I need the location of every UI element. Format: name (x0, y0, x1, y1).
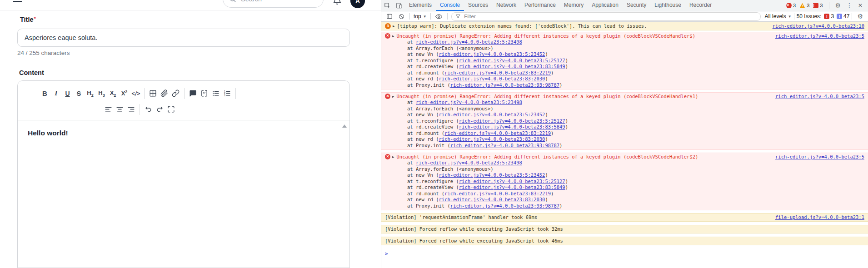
notifications-bell-icon[interactable] (333, 0, 342, 5)
stack-source-link[interactable]: rich-editor.js?v=4.0.0-beta23:5:25127 (459, 179, 565, 184)
stack-source-link[interactable]: rich-editor.js?v=4.0.0-beta23:5:25127 (459, 118, 565, 124)
source-location-link[interactable]: rich-editor.js?v=4.0.0-beta23:5 (775, 154, 864, 160)
console-message-error: ✕▶Uncaught (in promise) RangeError: Addi… (381, 153, 868, 210)
filter-input[interactable] (463, 13, 757, 20)
kebab-menu-icon[interactable]: ⋮ (843, 0, 855, 11)
editor-toolbar: BIUSH2H3X2X2</>123 (18, 81, 349, 120)
source-location-link[interactable]: rich-editor.js?v=4.0.0-beta23:5 (775, 94, 864, 99)
strikethrough-button[interactable]: S (73, 88, 85, 99)
tab-lighthouse[interactable]: Lighthouse (650, 0, 685, 11)
stack-source-link[interactable]: rich-editor.js?v=4.0.0-beta23:5:23452 (439, 172, 545, 178)
stack-source-link[interactable]: rich-editor.js?v=4.0.0-beta23:93:98787 (450, 143, 559, 148)
chevron-down-icon: ▼ (423, 15, 427, 19)
stack-source-link[interactable]: rich-editor.js?v=4.0.0-beta23:83:2030 (439, 136, 545, 142)
italic-button[interactable]: I (50, 88, 62, 99)
stack-frame: at new Vn (rich-editor.js?v=4.0.0-beta23… (385, 172, 864, 179)
context-selector[interactable]: top▼ (412, 13, 428, 20)
hamburger-menu-icon[interactable] (13, 1, 22, 5)
inspect-element-icon[interactable] (381, 0, 393, 11)
stack-source-link[interactable]: rich-editor.js?v=4.0.0-beta23:5:23452 (439, 112, 545, 117)
repeat-count-badge: 3 (385, 23, 391, 29)
align-left-button[interactable] (103, 104, 114, 115)
rich-text-editor: BIUSH2H3X2X2</>123 Hello world! (17, 80, 350, 268)
stack-source-link[interactable]: rich-editor.js?v=4.0.0-beta23:5:23452 (439, 51, 545, 57)
underline-button[interactable]: U (62, 88, 73, 99)
stack-source-link[interactable]: rich-editor.js?v=4.0.0-beta23:83:2219 (444, 191, 551, 196)
filter-funnel-icon (455, 14, 461, 19)
console-filter[interactable] (451, 12, 761, 21)
h3-button[interactable]: H3 (96, 88, 107, 99)
tab-security[interactable]: Security (623, 0, 650, 11)
redo-button[interactable] (154, 104, 165, 115)
source-location-link[interactable]: file-upload.js?v=4.0.0-beta23:1 (775, 214, 864, 220)
bold-button[interactable]: B (39, 88, 50, 99)
attachment-button[interactable] (159, 88, 170, 99)
console-sidebar-icon[interactable] (384, 13, 395, 20)
stack-source-link[interactable]: rich-editor.js?v=4.0.0-beta23:83:2030 (439, 76, 545, 81)
console-settings-gear-icon[interactable]: ⚙ (854, 11, 866, 21)
expand-triangle-icon[interactable]: ▶ (392, 154, 394, 160)
code-block-button[interactable] (199, 88, 210, 99)
stack-source-link[interactable]: rich-editor.js?v=4.0.0-beta23:93:98787 (450, 82, 559, 88)
search-box[interactable] (223, 0, 324, 8)
source-location-link[interactable]: rich-editor.js?v=4.0.0-beta23:5 (775, 33, 864, 39)
clear-console-icon[interactable] (395, 14, 407, 20)
align-center-button[interactable] (114, 104, 125, 115)
live-expression-eye-icon[interactable] (433, 13, 445, 20)
toolbar-divider (144, 88, 145, 99)
undo-button[interactable] (143, 104, 154, 115)
table-button[interactable] (147, 88, 159, 99)
issues-red-icon: ! (824, 14, 829, 19)
expand-triangle-icon[interactable]: ▶ (393, 23, 395, 29)
superscript-icon: X2 (121, 89, 128, 97)
tab-console[interactable]: Console (436, 0, 464, 11)
warnings-badge[interactable]: 3 (799, 3, 809, 8)
console-prompt[interactable]: > (381, 248, 868, 259)
tab-sources[interactable]: Sources (464, 0, 492, 11)
tab-application[interactable]: Application (588, 0, 623, 11)
tab-elements[interactable]: Elements (405, 0, 436, 11)
link-button[interactable] (170, 88, 181, 99)
scrollbar-up-arrow[interactable] (342, 124, 347, 128)
comment-icon (189, 89, 197, 97)
fullscreen-button[interactable] (165, 104, 177, 115)
stack-source-link[interactable]: rich-editor.js?v=4.0.0-beta23:5:23498 (416, 160, 522, 165)
h2-button[interactable]: H2 (85, 88, 96, 99)
superscript-button[interactable]: X2 (119, 88, 130, 99)
errors-badge[interactable]: ✕ 3 (786, 3, 796, 8)
issues-badge[interactable]: ! 3 (813, 3, 823, 8)
device-toolbar-icon[interactable] (393, 0, 405, 11)
tab-memory[interactable]: Memory (560, 0, 588, 11)
stack-source-link[interactable]: rich-editor.js?v=4.0.0-beta23:83:5849 (459, 124, 565, 129)
subscript-button[interactable]: X2 (107, 88, 119, 99)
expand-triangle-icon[interactable]: ▶ (392, 33, 394, 39)
comment-button[interactable] (187, 88, 199, 99)
user-avatar[interactable]: A (350, 0, 365, 8)
ordered-list-button[interactable]: 123 (221, 88, 233, 99)
settings-gear-icon[interactable]: ⚙ (832, 0, 843, 11)
editor-content[interactable]: Hello world! (18, 120, 349, 268)
tab-recorder[interactable]: Recorder (685, 0, 716, 11)
stack-source-link[interactable]: rich-editor.js?v=4.0.0-beta23:83:2030 (439, 197, 545, 202)
tab-network[interactable]: Network (492, 0, 520, 11)
stack-source-link[interactable]: rich-editor.js?v=4.0.0-beta23:93:98787 (450, 203, 559, 208)
expand-triangle-icon[interactable]: ▶ (392, 94, 394, 99)
console-message-text: Uncaught (in promise) RangeError: Adding… (397, 94, 769, 99)
search-input[interactable] (240, 0, 310, 3)
stack-source-link[interactable]: rich-editor.js?v=4.0.0-beta23:83:2219 (444, 130, 551, 136)
source-location-link[interactable]: rich-editor.js?v=4.0.0-beta23:10 (773, 23, 864, 29)
title-input[interactable] (17, 29, 350, 47)
stack-source-link[interactable]: rich-editor.js?v=4.0.0-beta23:83:2219 (444, 70, 551, 75)
stack-source-link[interactable]: rich-editor.js?v=4.0.0-beta23:83:5849 (459, 184, 565, 190)
code-button[interactable]: </> (130, 88, 141, 99)
stack-source-link[interactable]: rich-editor.js?v=4.0.0-beta23:5:23498 (416, 39, 522, 45)
stack-source-link[interactable]: rich-editor.js?v=4.0.0-beta23:5:23498 (416, 99, 522, 105)
align-right-button[interactable] (125, 104, 137, 115)
issues-counter[interactable]: 50 Issues: ! 3 ! 47 (797, 13, 850, 20)
log-levels-selector[interactable]: All levels▼ (764, 13, 791, 20)
close-devtools-icon[interactable]: ✕ (855, 0, 865, 11)
bullet-list-button[interactable] (210, 88, 221, 99)
stack-source-link[interactable]: rich-editor.js?v=4.0.0-beta23:5:25127 (459, 58, 565, 63)
tab-performance[interactable]: Performance (520, 0, 560, 11)
stack-source-link[interactable]: rich-editor.js?v=4.0.0-beta23:83:5849 (459, 64, 565, 69)
